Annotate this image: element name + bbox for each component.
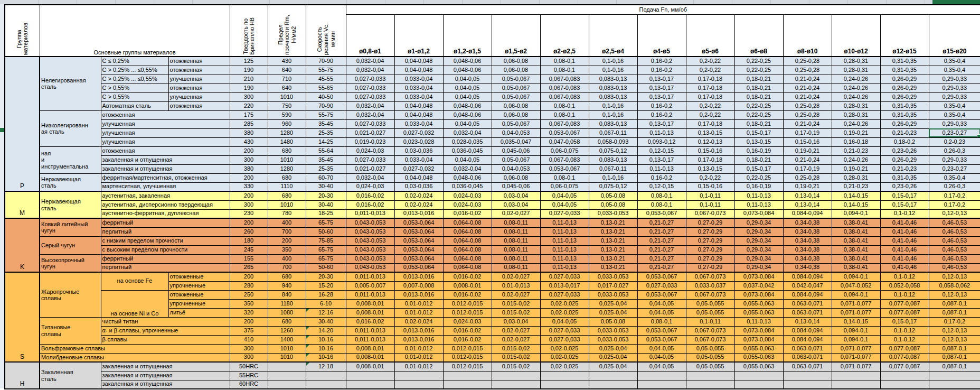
feed-cell[interactable]: 0,024-0,03	[346, 146, 394, 155]
feed-cell[interactable]: 0,043-0,053	[346, 236, 394, 245]
feed-cell[interactable]: 0,053-0,067	[637, 335, 686, 344]
feed-cell[interactable]: 0,033-0,04	[394, 92, 443, 101]
cutting-speed-cell[interactable]: 10-16	[306, 335, 346, 344]
material-condition-cell[interactable]: ферритная/мартенситная, отожженная	[101, 173, 230, 182]
feed-cell[interactable]: 0,094-0,1	[832, 326, 880, 335]
feed-cell[interactable]: 0,013-0,016	[394, 272, 443, 281]
material-condition-cell[interactable]: закаленная и отпущенная	[101, 380, 230, 389]
hardness-cell[interactable]: 285	[230, 119, 268, 128]
feed-cell[interactable]: 0,2-0,23	[929, 137, 980, 146]
feed-cell[interactable]: 0,21-0,23	[832, 182, 880, 191]
feed-cell[interactable]	[589, 371, 637, 380]
feed-cell[interactable]: 0,053-0,064	[394, 245, 443, 254]
feed-cell[interactable]: 0,094-0,1	[832, 272, 880, 281]
feed-cell[interactable]: 0,042-0,047	[783, 281, 832, 290]
feed-cell[interactable]: 0,033-0,053	[589, 209, 637, 218]
feed-cell[interactable]: 0,16-0,19	[734, 146, 783, 155]
feed-cell[interactable]: 0,027-0,033	[540, 335, 589, 344]
hardness-cell[interactable]: 220	[230, 101, 268, 110]
feed-cell[interactable]: 0,12-0,13	[929, 209, 980, 218]
header-diameter-10-12[interactable]: ø10-ø12	[832, 14, 880, 57]
feed-cell[interactable]: 0,04-0,053	[492, 128, 540, 137]
feed-cell[interactable]: 0,025-0,04	[589, 299, 637, 308]
material-group-cell[interactable]: Серый чугун	[40, 236, 101, 254]
hardness-cell[interactable]: 300	[230, 353, 268, 362]
feed-cell[interactable]: 0,34-0,38	[783, 263, 832, 272]
feed-cell[interactable]: 0,025-0,04	[589, 344, 637, 353]
feed-cell[interactable]: 0,35-0,4	[929, 57, 980, 66]
feed-cell[interactable]: 0,035-0,047	[492, 137, 540, 146]
feed-cell[interactable]: 0,067-0,083	[540, 92, 589, 101]
feed-cell[interactable]: 0,24-0,26	[832, 155, 880, 164]
feed-cell[interactable]: 0,38-0,41	[832, 227, 880, 236]
cutting-speed-cell[interactable]: 75-85	[306, 236, 346, 245]
feed-cell[interactable]: 0,024-0,03	[443, 317, 492, 326]
strength-cell[interactable]: 710	[268, 75, 306, 83]
feed-cell[interactable]	[394, 380, 443, 389]
feed-cell[interactable]: 0,31-0,35	[880, 57, 929, 66]
feed-cell[interactable]: 0,05-0,055	[686, 299, 734, 308]
feed-cell[interactable]: 0,087-0,1	[929, 299, 980, 308]
feed-cell[interactable]: 0,38-0,41	[832, 263, 880, 272]
feed-cell[interactable]: 0,04-0,048	[394, 66, 443, 75]
feed-cell[interactable]: 0,27-0,29	[686, 218, 734, 227]
feed-cell[interactable]: 0,21-0,27	[637, 227, 686, 236]
feed-cell[interactable]: 0,35-0,4	[929, 173, 980, 182]
header-diameter-12-15[interactable]: ø1,2-ø1,5	[443, 14, 492, 57]
feed-cell[interactable]	[443, 380, 492, 389]
hardness-cell[interactable]: 300	[230, 155, 268, 164]
feed-cell[interactable]: 0,13-0,17	[637, 83, 686, 92]
feed-cell[interactable]: 0,032-0,04	[443, 164, 492, 173]
strength-cell[interactable]: 200	[268, 236, 306, 245]
feed-cell[interactable]: 0,11-0,13	[540, 227, 589, 236]
feed-cell[interactable]: 0,18-0,21	[734, 155, 783, 164]
feed-cell[interactable]: 0,21-0,27	[637, 254, 686, 263]
feed-cell[interactable]: 0,04-0,05	[443, 92, 492, 101]
feed-cell[interactable]: 0,28-0,31	[832, 101, 880, 110]
feed-cell[interactable]: 0,027-0,033	[637, 281, 686, 290]
cutting-speed-cell[interactable]: 40-50	[306, 92, 346, 101]
feed-cell[interactable]: 0,02-0,024	[394, 317, 443, 326]
feed-cell[interactable]: 0,46-0,53	[929, 236, 980, 245]
material-group-cell[interactable]: ная и инструментальна	[40, 146, 101, 173]
feed-cell[interactable]: 0,17-0,18	[686, 155, 734, 164]
feed-cell[interactable]: 0,067-0,073	[686, 209, 734, 218]
feed-cell[interactable]: 0,04-0,05	[443, 75, 492, 83]
feed-cell[interactable]: 0,04-0,05	[637, 299, 686, 308]
strength-cell[interactable]: 940	[268, 281, 306, 290]
feed-cell[interactable]: 0,033-0,04	[394, 75, 443, 83]
feed-cell[interactable]: 0,04-0,05	[443, 83, 492, 92]
feed-cell[interactable]: 0,015-0,02	[492, 362, 540, 371]
feed-cell[interactable]	[929, 380, 980, 389]
feed-cell[interactable]: 0,02-0,025	[540, 299, 589, 308]
feed-cell[interactable]: 0,053-0,067	[637, 290, 686, 299]
feed-cell[interactable]: 0,027-0,033	[540, 290, 589, 299]
feed-cell[interactable]: 0,34-0,38	[783, 236, 832, 245]
strength-cell[interactable]: 1400	[268, 335, 306, 344]
strength-cell[interactable]: 840	[268, 290, 306, 299]
material-condition-cell[interactable]: улучшенная	[168, 75, 230, 83]
feed-cell[interactable]: 0,05-0,055	[686, 344, 734, 353]
feed-cell[interactable]: 0,033-0,053	[589, 272, 637, 281]
feed-cell[interactable]: 0,17-0,2	[929, 317, 980, 326]
material-condition-cell[interactable]: ферритный	[101, 218, 230, 227]
material-condition-cell[interactable]: закаленная и отпущенная	[101, 155, 230, 164]
strength-cell[interactable]	[268, 380, 306, 389]
hardness-cell[interactable]: 350	[230, 299, 268, 308]
feed-cell[interactable]	[540, 371, 589, 380]
material-subtype-cell[interactable]: Автоматная сталь	[101, 101, 168, 110]
feed-cell[interactable]: 0,34-0,38	[783, 254, 832, 263]
feed-cell[interactable]: 0,17-0,18	[686, 83, 734, 92]
feed-cell[interactable]: 0,38-0,41	[832, 254, 880, 263]
feed-cell[interactable]: 0,46-0,53	[929, 218, 980, 227]
feed-cell[interactable]: 0,22-0,25	[734, 57, 783, 66]
material-subtype-cell[interactable]: на основе Fe	[101, 272, 168, 290]
feed-cell[interactable]: 0,03-0,036	[394, 146, 443, 155]
feed-cell[interactable]: 0,011-0,013	[346, 209, 394, 218]
feed-cell[interactable]: 0,14-0,15	[832, 200, 880, 209]
hardness-cell[interactable]: 300	[230, 200, 268, 209]
cutting-speed-cell[interactable]: 30-40	[306, 182, 346, 191]
hardness-cell[interactable]: 210	[230, 75, 268, 83]
feed-cell[interactable]: 0,02-0,025	[540, 308, 589, 317]
feed-cell[interactable]: 0,08-0,1	[637, 317, 686, 326]
